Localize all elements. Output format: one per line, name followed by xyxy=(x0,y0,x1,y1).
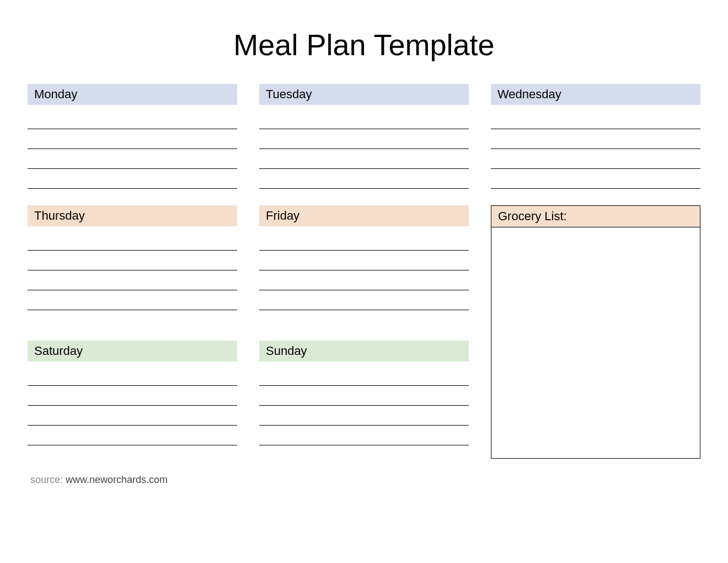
day-header-wednesday: Wednesday xyxy=(491,84,700,105)
day-header-friday: Friday xyxy=(259,205,469,226)
meal-line[interactable] xyxy=(259,366,469,386)
meal-line[interactable] xyxy=(259,270,469,290)
source-url: www.neworchards.com xyxy=(66,474,168,485)
day-lines-friday xyxy=(259,231,469,310)
day-block-wednesday: Wednesday xyxy=(491,84,700,189)
meal-line[interactable] xyxy=(28,290,237,310)
meal-line[interactable] xyxy=(28,366,237,386)
day-block-saturday: Saturday xyxy=(28,341,237,459)
meal-line[interactable] xyxy=(28,129,237,149)
meal-line[interactable] xyxy=(28,406,237,426)
meal-line[interactable] xyxy=(259,426,469,445)
day-block-tuesday: Tuesday xyxy=(259,84,469,189)
grocery-box[interactable] xyxy=(491,227,700,459)
meal-line[interactable] xyxy=(259,169,469,189)
page-title: Meal Plan Template xyxy=(28,28,700,62)
day-header-saturday: Saturday xyxy=(28,341,237,362)
day-lines-tuesday xyxy=(259,109,469,189)
day-header-monday: Monday xyxy=(28,84,237,105)
meal-line[interactable] xyxy=(28,426,237,445)
day-header-thursday: Thursday xyxy=(28,205,237,226)
meal-line[interactable] xyxy=(259,406,469,426)
day-block-monday: Monday xyxy=(28,84,237,189)
day-block-thursday: Thursday xyxy=(28,205,237,324)
meal-line[interactable] xyxy=(28,270,237,290)
day-block-friday: Friday xyxy=(259,205,469,324)
grocery-header: Grocery List: xyxy=(491,205,700,227)
day-lines-wednesday xyxy=(491,109,700,189)
meal-line[interactable] xyxy=(491,109,700,129)
meal-plan-grid: Monday Tuesday Wednesday Thursday xyxy=(28,84,700,459)
day-lines-sunday xyxy=(259,366,469,445)
meal-line[interactable] xyxy=(259,290,469,310)
day-block-sunday: Sunday xyxy=(259,341,469,459)
source-prefix: source: xyxy=(30,474,66,485)
meal-line[interactable] xyxy=(28,149,237,169)
meal-line[interactable] xyxy=(259,109,469,129)
day-lines-saturday xyxy=(28,366,237,445)
meal-line[interactable] xyxy=(28,109,237,129)
meal-line[interactable] xyxy=(259,386,469,406)
meal-line[interactable] xyxy=(491,129,700,149)
day-lines-monday xyxy=(28,109,237,189)
meal-line[interactable] xyxy=(259,149,469,169)
meal-line[interactable] xyxy=(28,169,237,189)
day-header-sunday: Sunday xyxy=(259,341,469,362)
source-text: source: www.neworchards.com xyxy=(30,474,168,486)
meal-line[interactable] xyxy=(491,149,700,169)
meal-line[interactable] xyxy=(259,231,469,251)
meal-line[interactable] xyxy=(259,129,469,149)
meal-line[interactable] xyxy=(259,251,469,270)
meal-line[interactable] xyxy=(491,169,700,189)
meal-line[interactable] xyxy=(28,386,237,406)
day-header-tuesday: Tuesday xyxy=(259,84,469,105)
meal-line[interactable] xyxy=(28,251,237,270)
grocery-block: Grocery List: xyxy=(491,205,700,459)
meal-line[interactable] xyxy=(28,231,237,251)
day-lines-thursday xyxy=(28,231,237,310)
